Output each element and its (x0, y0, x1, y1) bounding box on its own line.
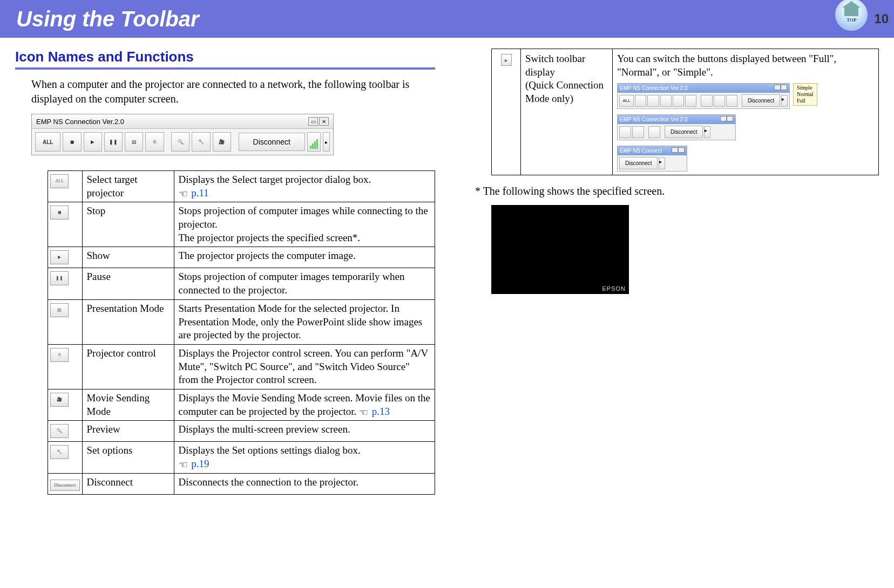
page-title: Using the Toolbar (16, 7, 199, 31)
footnote-text: * The following shows the specified scre… (459, 175, 879, 205)
switch-tooltip: Simple Normal Full (793, 83, 817, 106)
show-icon: ▶ (50, 250, 69, 264)
page-number: 10 (874, 11, 889, 26)
table-row: 🔧 Set options Displays the Set options s… (48, 442, 435, 473)
intro-paragraph: When a computer and the projector are co… (15, 77, 435, 114)
house-icon (844, 6, 858, 16)
row-desc: You can switch the buttons displayed bet… (613, 49, 879, 175)
table-row: ◼ Stop Stops projection of computer imag… (48, 202, 435, 247)
toolbar-preview-icon[interactable]: 🔍 (171, 132, 189, 152)
page-header: Using the Toolbar TOP 10 (0, 0, 894, 38)
top-home-icon[interactable]: TOP (835, 0, 868, 31)
signal-icon (307, 132, 321, 152)
select-target-icon: ALL (50, 174, 69, 188)
toolbar-disconnect-button[interactable]: Disconnect (239, 133, 305, 151)
toolbar-full-mini: EMP NS Connection Ver.2.0 ALL Disconnect… (617, 83, 790, 109)
set-options-icon: 🔧 (50, 445, 69, 459)
row-name: Show (82, 247, 174, 268)
table-row: ▸ Switch toolbar display (Quick Connecti… (492, 49, 879, 175)
row-name: Disconnect (82, 473, 174, 495)
switch-toolbar-icon: ▸ (501, 54, 512, 66)
right-column: ▸ Switch toolbar display (Quick Connecti… (459, 49, 879, 495)
row-name: Pause (82, 268, 174, 299)
preview-icon: 🔍 (50, 424, 69, 438)
left-column: Icon Names and Functions When a computer… (15, 49, 435, 495)
disconnect-icon: Disconnect (50, 480, 80, 491)
toolbar-simple-mini: EMP NS Connect Disconnect ▸ (617, 146, 687, 172)
row-name: Projector control (82, 344, 174, 389)
toolbar-show-icon[interactable]: ▶ (84, 132, 102, 152)
presentation-icon: ▤ (50, 303, 69, 317)
toolbar-control-icon[interactable]: ⎘ (145, 132, 164, 152)
row-desc: Displays the Movie Sending Mode screen. … (174, 389, 435, 420)
page-link[interactable]: p.13 (372, 406, 390, 417)
table-row: ▤ Presentation Mode Starts Presentation … (48, 299, 435, 344)
table-row: ALL Select target projector Displays the… (48, 171, 435, 202)
table-row: ▶ Show The projector projects the comput… (48, 247, 435, 268)
table-row: ❚❚ Pause Stops projection of computer im… (48, 268, 435, 299)
table-row: Disconnect Disconnect Disconnects the co… (48, 473, 435, 495)
section-heading: Icon Names and Functions (15, 49, 435, 70)
toolbar-switch-arrow-icon[interactable]: ▸ (323, 132, 330, 152)
row-desc: Displays the Select target projector dia… (174, 171, 435, 202)
movie-sending-icon: 🎥 (50, 393, 69, 407)
table-row: ⎘ Projector control Displays the Project… (48, 344, 435, 389)
mini-disconnect-button: Disconnect (619, 157, 658, 169)
toolbar-presentation-icon[interactable]: ▤ (125, 132, 143, 152)
functions-table: ALL Select target projector Displays the… (48, 170, 435, 495)
table-row: 🔍 Preview Displays the multi-screen prev… (48, 421, 435, 442)
row-desc: Starts Presentation Mode for the selecte… (174, 299, 435, 344)
row-name: Stop (82, 202, 174, 247)
minimize-icon[interactable]: ▭ (308, 117, 318, 126)
close-icon[interactable]: ✕ (319, 117, 329, 126)
window-buttons: ▭ ✕ (308, 117, 329, 126)
toolbar-all-button[interactable]: ALL (35, 132, 60, 152)
table-row: 🎥 Movie Sending Mode Displays the Movie … (48, 389, 435, 420)
row-desc: Displays the Set options settings dialog… (174, 442, 435, 473)
toolbar-pause-icon[interactable]: ❚❚ (104, 132, 123, 152)
mini-disconnect-button: Disconnect (742, 94, 780, 107)
row-name: Preview (82, 421, 174, 442)
toolbar-options-icon[interactable]: 🔧 (192, 132, 210, 152)
row-name: Switch toolbar display (Quick Connection… (521, 49, 613, 175)
functions-table-right: ▸ Switch toolbar display (Quick Connecti… (491, 49, 879, 175)
row-desc: The projector projects the computer imag… (174, 247, 435, 268)
toolbar-movie-icon[interactable]: 🎥 (213, 132, 231, 152)
toolbar-normal-mini: EMP NS Connection Ver.2.0 Disconnect ▸ (617, 114, 736, 140)
page-link[interactable]: p.11 (191, 187, 209, 199)
row-desc: Disconnects the connection to the projec… (174, 473, 435, 495)
row-desc: Displays the multi-screen preview screen… (174, 421, 435, 442)
top-label: TOP (846, 17, 856, 23)
projector-control-icon: ⎘ (50, 348, 69, 362)
toolbar-screenshot: EMP NS Connection Ver.2.0 ▭ ✕ ALL ◼ ▶ ❚❚… (31, 114, 334, 155)
row-desc: Displays the Projector control screen. Y… (174, 344, 435, 389)
toolbar-window-title: EMP NS Connection Ver.2.0 (36, 118, 124, 126)
row-name: Select target projector (82, 171, 174, 202)
mini-all-icon: ALL (619, 95, 634, 107)
toolbar-stop-icon[interactable]: ◼ (63, 132, 81, 152)
row-desc: Stops projection of computer images temp… (174, 268, 435, 299)
mini-disconnect-button: Disconnect (665, 126, 703, 138)
row-desc: Stops projection of computer images whil… (174, 202, 435, 247)
stop-icon: ◼ (50, 206, 69, 220)
row-name: Set options (82, 442, 174, 473)
row-name: Presentation Mode (82, 299, 174, 344)
specified-screen-image: EPSON (491, 205, 629, 294)
header-right: TOP 10 (835, 3, 894, 35)
row-name: Movie Sending Mode (82, 389, 174, 420)
pause-icon: ❚❚ (50, 271, 69, 285)
page-link[interactable]: p.19 (191, 458, 209, 469)
brand-logo: EPSON (602, 285, 626, 292)
